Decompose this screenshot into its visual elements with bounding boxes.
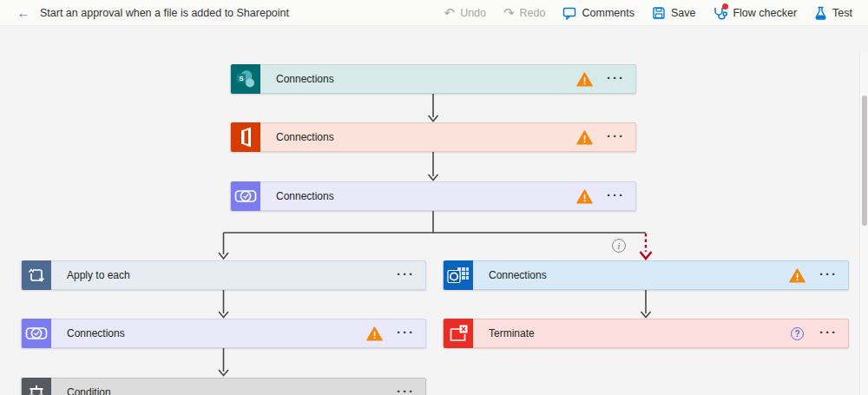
designer-canvas[interactable]: i S Connections ··· Connections ··· Conn… — [0, 26, 868, 395]
node-label: Connections — [67, 327, 125, 339]
redo-icon: ↷ — [503, 6, 515, 19]
flow-title: Start an approval when a file is added t… — [40, 7, 289, 19]
toolbar: ↶ Undo ↷ Redo Comments Save Flow checker — [444, 6, 868, 20]
apply-to-each-icon — [22, 260, 51, 290]
node-approvals-connections[interactable]: Connections ··· — [230, 181, 636, 211]
undo-button[interactable]: ↶ Undo — [444, 6, 486, 19]
node-condition[interactable]: Condition ··· — [21, 378, 426, 395]
comments-icon — [562, 6, 576, 20]
node-menu-button[interactable]: ··· — [397, 267, 415, 284]
sharepoint-icon: S — [231, 64, 260, 94]
node-label: Connections — [489, 269, 547, 281]
node-menu-button[interactable]: ··· — [819, 267, 838, 284]
office-icon — [231, 122, 260, 152]
node-label: Condition — [67, 386, 111, 395]
node-label: Apply to each — [67, 269, 130, 281]
flow-checker-button[interactable]: Flow checker — [713, 6, 797, 20]
warning-icon[interactable] — [789, 268, 806, 283]
node-sharepoint-connections[interactable]: S Connections ··· — [230, 64, 636, 94]
test-button[interactable]: Test — [814, 6, 852, 20]
node-label: Connections — [276, 190, 334, 202]
approvals-icon — [231, 181, 260, 211]
svg-text:S: S — [239, 75, 244, 82]
flow-checker-icon — [713, 6, 727, 20]
flow-checker-alert-dot — [722, 3, 728, 10]
save-icon — [652, 6, 666, 20]
node-outlook-connections[interactable]: Connections ··· — [443, 260, 849, 290]
warning-icon[interactable] — [576, 130, 593, 145]
back-button[interactable]: ← — [10, 5, 36, 20]
node-menu-button[interactable]: ··· — [607, 129, 625, 146]
approvals-icon — [22, 319, 51, 348]
comments-button[interactable]: Comments — [562, 6, 634, 20]
scrollbar-thumb[interactable] — [862, 95, 867, 226]
warning-icon[interactable] — [366, 326, 383, 341]
warning-icon[interactable] — [576, 72, 593, 87]
condition-icon — [22, 378, 51, 395]
undo-icon: ↶ — [444, 6, 456, 19]
node-label: Connections — [276, 131, 334, 143]
branch-info-icon[interactable]: i — [612, 239, 626, 253]
outlook-icon — [444, 260, 473, 290]
vertical-scrollbar[interactable] — [859, 52, 868, 395]
test-icon — [814, 6, 827, 20]
help-icon[interactable]: ? — [791, 327, 804, 340]
redo-button[interactable]: ↷ Redo — [503, 6, 545, 19]
node-menu-button[interactable]: ··· — [397, 326, 415, 342]
node-office-connections[interactable]: Connections ··· — [230, 122, 636, 152]
node-terminate[interactable]: Terminate ? ··· — [443, 319, 849, 348]
save-button[interactable]: Save — [652, 6, 696, 20]
node-label: Terminate — [489, 327, 535, 339]
terminate-icon — [444, 319, 473, 348]
node-approvals-connections-2[interactable]: Connections ··· — [21, 319, 426, 348]
top-command-bar: ← Start an approval when a file is added… — [0, 0, 868, 26]
node-apply-to-each[interactable]: Apply to each ··· — [21, 260, 426, 290]
node-menu-button[interactable]: ··· — [819, 326, 838, 342]
node-menu-button[interactable]: ··· — [607, 71, 625, 88]
warning-icon[interactable] — [576, 189, 593, 204]
node-menu-button[interactable]: ··· — [397, 385, 415, 395]
node-menu-button[interactable]: ··· — [607, 188, 625, 205]
node-label: Connections — [276, 73, 334, 85]
